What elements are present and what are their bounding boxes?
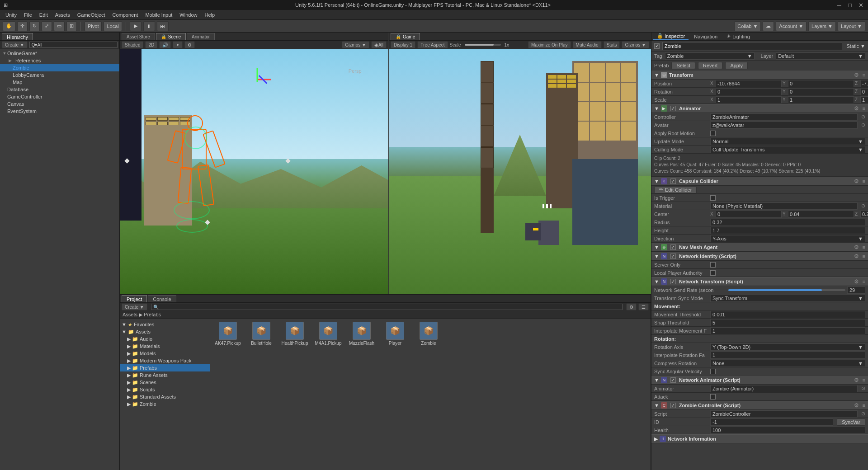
navmesh-enabled[interactable]: ✓ bbox=[670, 244, 676, 250]
file-ak47pickup[interactable]: 📦 AK47.Pickup bbox=[212, 321, 244, 347]
pos-x-input[interactable] bbox=[716, 80, 782, 87]
file-m4a1pickup[interactable]: 📦 M4A1.Pickup bbox=[312, 321, 344, 347]
sync-angular-checkbox[interactable] bbox=[710, 369, 716, 374]
direction-dropdown[interactable]: Y-Axis ▼ bbox=[710, 235, 865, 242]
hierarchy-item-canvas[interactable]: Canvas bbox=[0, 100, 119, 108]
sync-mode-dropdown[interactable]: Sync Transform ▼ bbox=[710, 295, 865, 302]
play-btn[interactable]: ▶ bbox=[130, 21, 142, 31]
scene-canvas[interactable]: Persp bbox=[120, 49, 388, 294]
nettransform-header[interactable]: ▼ N ✓ Network Transform (Script) ⚙ ≡ bbox=[651, 277, 868, 286]
active-checkbox[interactable]: ✓ bbox=[654, 43, 660, 49]
health-val[interactable] bbox=[710, 427, 865, 434]
snap-val[interactable] bbox=[710, 319, 865, 326]
close-btn[interactable]: ✕ bbox=[857, 1, 864, 9]
game-gizmos-btn[interactable]: Gizmos ▼ bbox=[622, 41, 649, 48]
lighting-tab[interactable]: ☀ Lighting bbox=[723, 33, 754, 40]
hierarchy-item-lobbycamera[interactable]: LobbyCamera bbox=[0, 71, 119, 79]
update-mode-dropdown[interactable]: Normal ▼ bbox=[710, 138, 865, 145]
interp-rot-val[interactable] bbox=[710, 352, 865, 359]
gizmos-btn[interactable]: Gizmos ▼ bbox=[342, 41, 369, 48]
stats-btn[interactable]: Stats bbox=[604, 41, 620, 48]
trigger-checkbox[interactable] bbox=[710, 195, 716, 201]
menu-mobileinput[interactable]: Mobile Input bbox=[142, 11, 176, 19]
menu-help[interactable]: Help bbox=[201, 11, 218, 19]
hierarchy-item-references[interactable]: ▶ _References bbox=[0, 57, 119, 64]
netanimator-anim-pick[interactable]: ⊙ bbox=[861, 385, 865, 391]
culling-mode-dropdown[interactable]: Cull Update Transforms ▼ bbox=[710, 146, 865, 153]
file-zombie[interactable]: 📦 Zombie bbox=[413, 321, 444, 347]
revert-btn[interactable]: Revert bbox=[698, 62, 722, 69]
file-muzzleflash[interactable]: 📦 MuzzleFlash bbox=[346, 321, 377, 347]
menu-gameobject[interactable]: GameObject bbox=[74, 11, 109, 19]
menu-unity[interactable]: Unity bbox=[2, 11, 20, 19]
rot-x-input[interactable] bbox=[716, 88, 782, 95]
netanimator-settings[interactable]: ⚙ bbox=[854, 377, 859, 383]
interp-move-val[interactable] bbox=[710, 327, 865, 334]
project-create-btn[interactable]: Create ▼ bbox=[122, 303, 147, 310]
project-tab[interactable]: Project bbox=[122, 295, 147, 302]
pos-y-input[interactable] bbox=[788, 80, 854, 87]
send-rate-slider[interactable] bbox=[728, 289, 845, 291]
tag-dropdown[interactable]: Zombie ▼ bbox=[665, 52, 755, 60]
syncvar-btn[interactable]: SyncVar bbox=[837, 418, 865, 426]
folder-materials[interactable]: ▶ 📁 Materials bbox=[120, 343, 210, 350]
layer-dropdown[interactable]: Default ▼ bbox=[776, 52, 865, 60]
threshold-val[interactable] bbox=[710, 311, 865, 318]
menu-window[interactable]: Window bbox=[176, 11, 201, 19]
tool-transform[interactable]: ⊞ bbox=[66, 21, 77, 31]
pos-z-input[interactable] bbox=[860, 80, 868, 87]
nettransform-menu[interactable]: ≡ bbox=[863, 279, 865, 284]
pause-btn[interactable]: ⏸ bbox=[143, 21, 155, 31]
interp-rot-input[interactable] bbox=[712, 352, 863, 358]
tool-move[interactable]: ✛ bbox=[17, 21, 28, 31]
folder-favorites[interactable]: ▼ ★ Favorites bbox=[120, 321, 210, 328]
zombiectrl-settings[interactable]: ⚙ bbox=[854, 402, 859, 409]
select-btn[interactable]: Select bbox=[671, 62, 695, 69]
game-canvas[interactable] bbox=[389, 49, 651, 294]
animator-settings[interactable]: ⚙ bbox=[854, 105, 859, 112]
threshold-input[interactable] bbox=[712, 312, 863, 317]
cloud-btn[interactable]: ☁ bbox=[763, 21, 774, 31]
material-pick[interactable]: ⊙ bbox=[861, 203, 865, 209]
center-y-input[interactable] bbox=[788, 211, 854, 218]
compress-dropdown[interactable]: None ▼ bbox=[710, 360, 865, 367]
scene-tab[interactable]: 🔒 Scene bbox=[156, 33, 186, 40]
folder-modernweapons[interactable]: ▶ 📁 Modern Weapons Pack bbox=[120, 357, 210, 364]
rot-y-input[interactable] bbox=[788, 88, 854, 95]
animator-enabled[interactable]: ✓ bbox=[670, 106, 676, 111]
id-val[interactable] bbox=[710, 418, 833, 426]
server-only-checkbox[interactable] bbox=[710, 262, 716, 268]
animator-header[interactable]: ▼ ▶ ✓ Animator ⚙ ≡ bbox=[651, 104, 868, 113]
asset-store-tab[interactable]: Asset Store bbox=[122, 33, 155, 40]
local-player-checkbox[interactable] bbox=[710, 270, 716, 276]
display-dropdown[interactable]: Display 1 bbox=[391, 41, 415, 48]
edit-collider-btn[interactable]: ✏ Edit Collider bbox=[654, 186, 697, 193]
scale-x-input[interactable] bbox=[716, 96, 782, 103]
send-rate-val[interactable]: 29 bbox=[847, 287, 865, 294]
step-btn[interactable]: ⏭ bbox=[157, 21, 169, 31]
hierarchy-item-eventsystem[interactable]: EventSystem bbox=[0, 108, 119, 115]
netanimator-enabled[interactable]: ✓ bbox=[670, 377, 676, 383]
hierarchy-create-btn[interactable]: Create ▼ bbox=[2, 41, 28, 48]
collab-btn[interactable]: Collab ▼ bbox=[734, 21, 761, 31]
audio-btn[interactable]: 🔊 bbox=[159, 41, 171, 48]
tool-rect[interactable]: ▭ bbox=[54, 21, 65, 31]
project-settings-btn[interactable]: ⚙ bbox=[626, 303, 637, 310]
center-z-input[interactable] bbox=[860, 211, 868, 218]
folder-zombie[interactable]: ▶ 📁 Zombie bbox=[120, 400, 210, 408]
maximize-play-btn[interactable]: Maximize On Play bbox=[528, 41, 571, 48]
tool-scale[interactable]: ⤢ bbox=[42, 21, 52, 31]
rot-axis-dropdown[interactable]: Y (Top-Down 2D) ▼ bbox=[710, 343, 865, 351]
folder-standardassets[interactable]: ▶ 📁 Standard Assets bbox=[120, 393, 210, 400]
project-filter-btn[interactable]: ☰ bbox=[638, 303, 649, 310]
rot-z-input[interactable] bbox=[860, 88, 868, 95]
folder-audio[interactable]: ▶ 📁 Audio bbox=[120, 335, 210, 343]
snap-input[interactable] bbox=[712, 320, 863, 325]
navigation-tab[interactable]: Navigation bbox=[690, 33, 721, 40]
height-val[interactable] bbox=[710, 227, 865, 234]
aspect-dropdown[interactable]: Free Aspect bbox=[417, 41, 448, 48]
game-tab[interactable]: 🔒 Game bbox=[391, 33, 420, 40]
project-search[interactable] bbox=[151, 304, 623, 310]
file-bullethole[interactable]: 📦 BulletHole bbox=[245, 321, 277, 347]
folder-models[interactable]: ▶ 📁 Models bbox=[120, 350, 210, 357]
